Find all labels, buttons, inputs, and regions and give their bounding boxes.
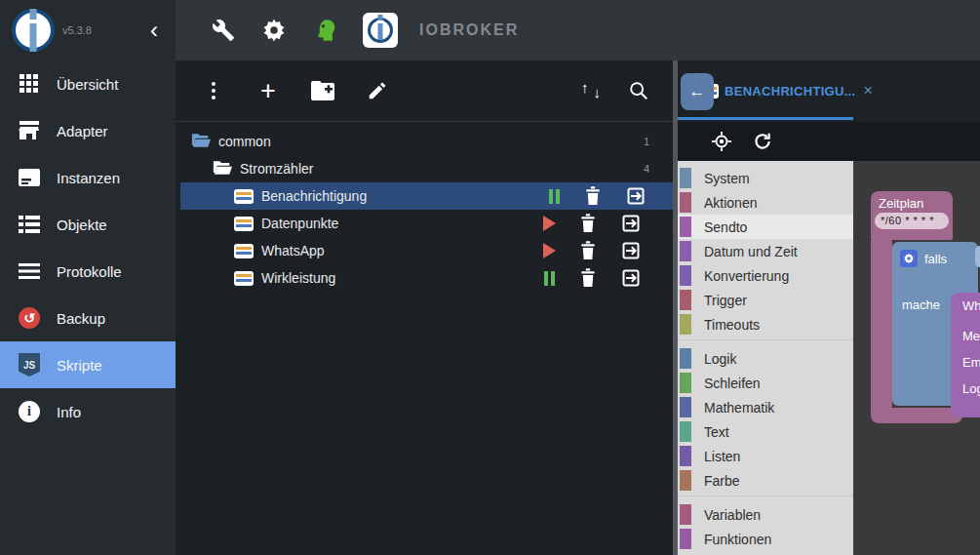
block-text-line: Log (962, 381, 980, 396)
tree-folder-stromzaehler[interactable]: Stromzähler 4 (176, 155, 673, 182)
settings-gear-icon[interactable] (261, 18, 287, 43)
more-menu-icon[interactable] (201, 78, 226, 103)
pause-script-icon[interactable] (543, 185, 565, 207)
edit-pencil-icon[interactable] (365, 78, 390, 103)
editor-tabbar: ← BENACHRICHTIGU... × (678, 60, 980, 122)
brand-title: IOBROKER (419, 21, 519, 39)
category-system[interactable]: System (678, 166, 853, 190)
tree-script-benachrichtigung[interactable]: Benachrichtigung (180, 182, 673, 210)
editor-content: System Aktionen Sendto Datum und Zeit Ko… (678, 161, 980, 555)
category-schleifen[interactable]: Schleifen (678, 371, 853, 395)
category-color-stripe (680, 241, 691, 261)
version-label: v5.3.8 (62, 24, 92, 36)
script-tree: common 1 Stromzähler 4 Benachrichtigung (176, 122, 673, 292)
backup-icon: ↺ (18, 306, 41, 330)
sidebar-item-objekte[interactable]: Objekte (0, 201, 176, 248)
blockly-editor-panel: ← BENACHRICHTIGU... × System Aktionen Se… (678, 60, 980, 555)
blockly-workspace[interactable]: Zeitplan */60 * * * * falls mache Wh Me (853, 161, 980, 555)
delete-script-icon[interactable] (577, 267, 599, 289)
info-icon: i (18, 400, 41, 423)
wrench-icon[interactable] (211, 18, 236, 43)
category-color-stripe (680, 265, 691, 286)
open-script-icon[interactable] (625, 185, 647, 207)
category-variablen[interactable]: Variablen (678, 502, 853, 527)
category-sendto[interactable]: Sendto (678, 215, 853, 239)
play-script-icon[interactable] (538, 240, 560, 261)
open-script-icon[interactable] (620, 240, 642, 261)
condition-block-stub[interactable] (975, 246, 980, 267)
category-color-stripe (680, 504, 691, 525)
category-listen[interactable]: Listen (678, 444, 853, 468)
open-script-icon[interactable] (620, 213, 642, 234)
script-label: Datenpunkte (261, 216, 338, 231)
sidebar-item-adapter[interactable]: Adapter (0, 107, 176, 154)
zeitplan-block[interactable]: Zeitplan */60 * * * * (871, 191, 953, 240)
falls-label: falls (924, 252, 947, 266)
category-color-stripe (680, 348, 691, 369)
sort-icon[interactable]: ↑↓ (581, 80, 601, 101)
expert-mode-head-icon[interactable] (312, 18, 337, 43)
add-script-button[interactable]: + (255, 78, 281, 103)
zeitplan-block-bottom[interactable] (871, 408, 962, 423)
tree-script-whatsapp[interactable]: WhatsApp (176, 237, 673, 264)
close-tab-icon[interactable]: × (863, 82, 872, 99)
search-icon[interactable] (626, 78, 651, 103)
add-folder-button[interactable] (310, 78, 335, 103)
logs-icon (18, 259, 41, 283)
category-text[interactable]: Text (678, 419, 853, 444)
mutator-gear-icon[interactable] (900, 250, 918, 267)
category-mathematik[interactable]: Mathematik (678, 395, 853, 419)
open-script-icon[interactable] (620, 267, 642, 289)
sidebar-header: v5.3.8 ‹ (0, 0, 176, 60)
sidebar-item-backup[interactable]: ↺ Backup (0, 295, 176, 341)
sidebar-item-protokolle[interactable]: Protokolle (0, 248, 176, 295)
center-blocks-crosshair-icon[interactable] (711, 131, 732, 152)
sidebar-item-skripte[interactable]: JS Skripte (0, 341, 176, 388)
folder-label: common (218, 134, 271, 149)
folder-open-icon (213, 160, 232, 178)
whatsapp-sendto-block[interactable]: Wh Me Em Log (951, 293, 980, 417)
iobroker-logo (12, 9, 55, 52)
block-text-line: Wh (962, 298, 980, 313)
zeitplan-block-body[interactable] (871, 240, 892, 408)
tree-script-wirkleistung[interactable]: Wirkleistung (176, 264, 673, 292)
cron-field[interactable]: */60 * * * * (875, 213, 949, 229)
sidebar-item-label: Protokolle (57, 263, 122, 280)
category-group-separator (678, 496, 853, 502)
refresh-icon[interactable] (752, 131, 773, 152)
category-trigger[interactable]: Trigger (678, 288, 853, 312)
sidebar-item-label: Backup (57, 310, 105, 327)
play-script-icon[interactable] (538, 213, 560, 234)
sidebar: v5.3.8 ‹ Übersicht Adapter Instanzen (0, 0, 176, 555)
scripts-toolbar: + ↑↓ (176, 60, 673, 122)
category-konvertierung[interactable]: Konvertierung (678, 263, 853, 288)
delete-script-icon[interactable] (582, 185, 604, 207)
category-funktionen[interactable]: Funktionen (678, 527, 853, 551)
category-color-stripe (680, 373, 691, 393)
folder-count: 4 (644, 163, 649, 175)
iobroker-mini-logo (363, 13, 398, 48)
tab-benachrichtigung[interactable]: BENACHRICHTIGU... × (699, 82, 873, 99)
category-timeouts[interactable]: Timeouts (678, 312, 853, 337)
javascript-icon: JS (18, 353, 41, 377)
sidebar-item-instanzen[interactable]: Instanzen (0, 154, 176, 201)
category-logik[interactable]: Logik (678, 346, 853, 371)
category-aktionen[interactable]: Aktionen (678, 190, 853, 215)
tree-script-datenpunkte[interactable]: Datenpunkte (176, 210, 673, 237)
category-color-stripe (680, 446, 691, 466)
blockly-script-icon (234, 217, 254, 231)
pause-script-icon[interactable] (538, 267, 560, 289)
category-farbe[interactable]: Farbe (678, 468, 853, 493)
topbar: IOBROKER (176, 0, 980, 60)
script-label: Benachrichtigung (261, 188, 367, 204)
sidebar-item-info[interactable]: i Info (0, 388, 176, 435)
category-datum-und-zeit[interactable]: Datum und Zeit (678, 239, 853, 263)
script-label: Wirkleistung (261, 270, 335, 286)
back-button[interactable]: ← (681, 73, 714, 110)
delete-script-icon[interactable] (577, 240, 599, 261)
delete-script-icon[interactable] (577, 213, 599, 234)
tree-folder-common[interactable]: common 1 (176, 128, 673, 155)
collapse-sidebar-icon[interactable]: ‹ (150, 19, 158, 42)
category-group-separator (678, 339, 853, 346)
sidebar-item-uebersicht[interactable]: Übersicht (0, 60, 176, 107)
